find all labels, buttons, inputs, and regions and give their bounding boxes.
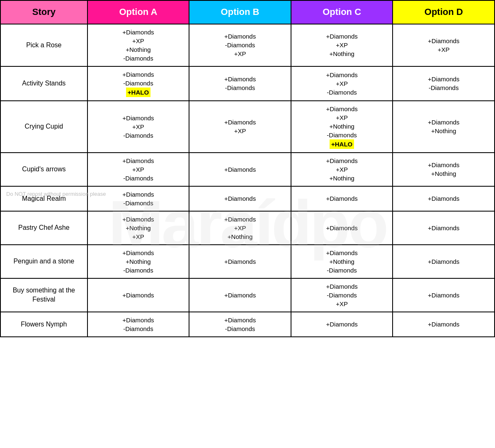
option-c-cell: +Diamonds	[291, 312, 393, 337]
story-cell: Crying Cupid	[0, 101, 87, 153]
story-cell: Magical Realm	[0, 186, 87, 211]
option-d-cell: +Diamonds	[393, 312, 495, 337]
options-table: Story Option A Option B Option C Option …	[0, 0, 495, 337]
option-b-cell: +Diamonds	[189, 153, 291, 186]
option-d-cell: +Diamonds	[393, 186, 495, 211]
header-option-a: Option A	[87, 0, 189, 24]
halo-badge: +HALO	[330, 139, 354, 149]
option-c-cell: +Diamonds+Nothing-Diamonds	[291, 245, 393, 278]
story-cell: Pastry Chef Ashe	[0, 211, 87, 245]
story-cell: Penguin and a stone	[0, 245, 87, 278]
option-d-cell: +Diamonds-Diamonds	[393, 66, 495, 101]
option-b-cell: +Diamonds	[189, 186, 291, 211]
option-d-cell: +Diamonds	[393, 278, 495, 312]
option-a-cell: +Diamonds-Diamonds	[87, 312, 189, 337]
story-cell: Buy something at the Festival	[0, 278, 87, 312]
option-b-cell: +Diamonds-Diamonds	[189, 312, 291, 337]
table-row: Penguin and a stone+Diamonds+Nothing-Dia…	[0, 245, 495, 278]
option-d-cell: +Diamonds	[393, 245, 495, 278]
option-c-cell: +Diamonds	[291, 186, 393, 211]
story-cell: Activity Stands	[0, 66, 87, 101]
table-row: Activity Stands+Diamonds-Diamonds+HALO+D…	[0, 66, 495, 101]
header-story: Story	[0, 0, 87, 24]
option-b-cell: +Diamonds	[189, 245, 291, 278]
option-a-cell: +Diamonds+Nothing+XP	[87, 211, 189, 245]
story-cell: Pick a Rose	[0, 24, 87, 66]
option-b-cell: +Diamonds-Diamonds	[189, 66, 291, 101]
header-option-c: Option C	[291, 0, 393, 24]
option-b-cell: +Diamonds+XP+Nothing	[189, 211, 291, 245]
option-a-cell: +Diamonds-Diamonds+HALO	[87, 66, 189, 101]
header-option-d: Option D	[393, 0, 495, 24]
option-d-cell: +Diamonds+XP	[393, 24, 495, 66]
option-c-cell: +Diamonds	[291, 211, 393, 245]
table-row: Buy something at the Festival+Diamonds+D…	[0, 278, 495, 312]
option-c-cell: +Diamonds+XP+Nothing	[291, 153, 393, 186]
option-b-cell: +Diamonds-Diamonds+XP	[189, 24, 291, 66]
table-row: Magical Realm+Diamonds-Diamonds+Diamonds…	[0, 186, 495, 211]
option-c-cell: +Diamonds+XP+Nothing-Diamonds+HALO	[291, 101, 393, 153]
option-a-cell: +Diamonds+XP-Diamonds	[87, 153, 189, 186]
option-b-cell: +Diamonds+XP	[189, 101, 291, 153]
option-d-cell: +Diamonds	[393, 211, 495, 245]
option-d-cell: +Diamonds+Nothing	[393, 101, 495, 153]
table-row: Flowers Nymph+Diamonds-Diamonds+Diamonds…	[0, 312, 495, 337]
option-a-cell: +Diamonds	[87, 278, 189, 312]
option-c-cell: +Diamonds-Diamonds+XP	[291, 278, 393, 312]
option-d-cell: +Diamonds+Nothing	[393, 153, 495, 186]
story-cell: Cupid's arrows	[0, 153, 87, 186]
option-a-cell: +Diamonds-Diamonds	[87, 186, 189, 211]
header-option-b: Option B	[189, 0, 291, 24]
option-a-cell: +Diamonds+Nothing-Diamonds	[87, 245, 189, 278]
halo-badge: +HALO	[126, 88, 150, 97]
story-cell: Flowers Nymph	[0, 312, 87, 337]
option-c-cell: +Diamonds+XP-Diamonds	[291, 66, 393, 101]
table-row: Cupid's arrows+Diamonds+XP-Diamonds+Diam…	[0, 153, 495, 186]
option-b-cell: +Diamonds	[189, 278, 291, 312]
option-a-cell: +Diamonds+XP-Diamonds	[87, 101, 189, 153]
table-row: Pastry Chef Ashe+Diamonds+Nothing+XP+Dia…	[0, 211, 495, 245]
table-row: Crying Cupid+Diamonds+XP-Diamonds+Diamon…	[0, 101, 495, 153]
option-c-cell: +Diamonds+XP+Nothing	[291, 24, 393, 66]
table-row: Pick a Rose+Diamonds+XP+Nothing-Diamonds…	[0, 24, 495, 66]
option-a-cell: +Diamonds+XP+Nothing-Diamonds	[87, 24, 189, 66]
